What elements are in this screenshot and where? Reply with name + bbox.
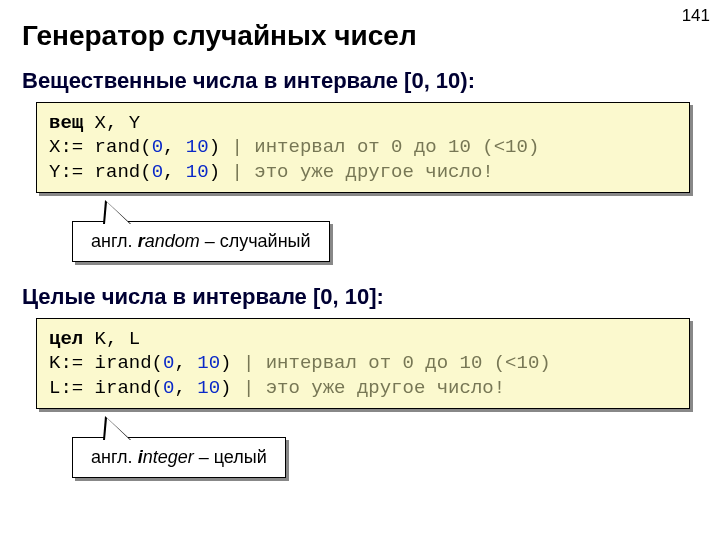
number-literal: 10: [197, 377, 220, 399]
code-text: ,: [163, 136, 186, 158]
code-comment: | интервал от 0 до 10 (<10): [231, 136, 539, 158]
callout-translation: – случайный: [200, 231, 311, 251]
code-text: L:= irand(: [49, 377, 163, 399]
code-text: ): [209, 161, 232, 183]
code-block-real: вещ X, Y X:= rand(0, 10) | интервал от 0…: [36, 102, 690, 193]
code-text: X:= rand(: [49, 136, 152, 158]
number-literal: 10: [186, 161, 209, 183]
number-literal: 0: [163, 377, 174, 399]
callout-box: англ. integer – целый: [72, 437, 286, 478]
callout-integer: англ. integer – целый: [72, 409, 698, 478]
slide-content: Генератор случайных чисел Вещественные ч…: [0, 0, 720, 478]
slide-title: Генератор случайных чисел: [22, 20, 698, 52]
code-text: ): [220, 377, 243, 399]
callout-random: англ. random – случайный: [72, 193, 698, 262]
code-text: ,: [163, 161, 186, 183]
code-text: ,: [174, 377, 197, 399]
keyword-tsel: цел: [49, 328, 83, 350]
code-comment: | это уже другое число!: [243, 377, 505, 399]
code-comment: | это уже другое число!: [231, 161, 493, 183]
number-literal: 10: [197, 352, 220, 374]
number-literal: 0: [152, 136, 163, 158]
callout-translation: – целый: [194, 447, 267, 467]
code-text: K:= irand(: [49, 352, 163, 374]
callout-prefix: англ.: [91, 447, 138, 467]
callout-highlight-letter: r: [138, 231, 145, 251]
code-block-int: цел K, L K:= irand(0, 10) | интервал от …: [36, 318, 690, 409]
page-number: 141: [682, 6, 710, 26]
callout-word: nteger: [143, 447, 194, 467]
code-text: X, Y: [83, 112, 140, 134]
code-text: K, L: [83, 328, 140, 350]
section2-heading: Целые числа в интервале [0, 10]:: [22, 284, 698, 310]
number-literal: 0: [163, 352, 174, 374]
callout-box: англ. random – случайный: [72, 221, 330, 262]
code-text: ): [209, 136, 232, 158]
callout-pointer-icon: [103, 200, 131, 224]
keyword-vesh: вещ: [49, 112, 83, 134]
code-text: ): [220, 352, 243, 374]
section1-heading: Вещественные числа в интервале [0, 10):: [22, 68, 698, 94]
code-text: ,: [174, 352, 197, 374]
code-comment: | интервал от 0 до 10 (<10): [243, 352, 551, 374]
callout-pointer-icon: [103, 416, 131, 440]
callout-prefix: англ.: [91, 231, 138, 251]
callout-word: andom: [145, 231, 200, 251]
number-literal: 0: [152, 161, 163, 183]
code-text: Y:= rand(: [49, 161, 152, 183]
number-literal: 10: [186, 136, 209, 158]
